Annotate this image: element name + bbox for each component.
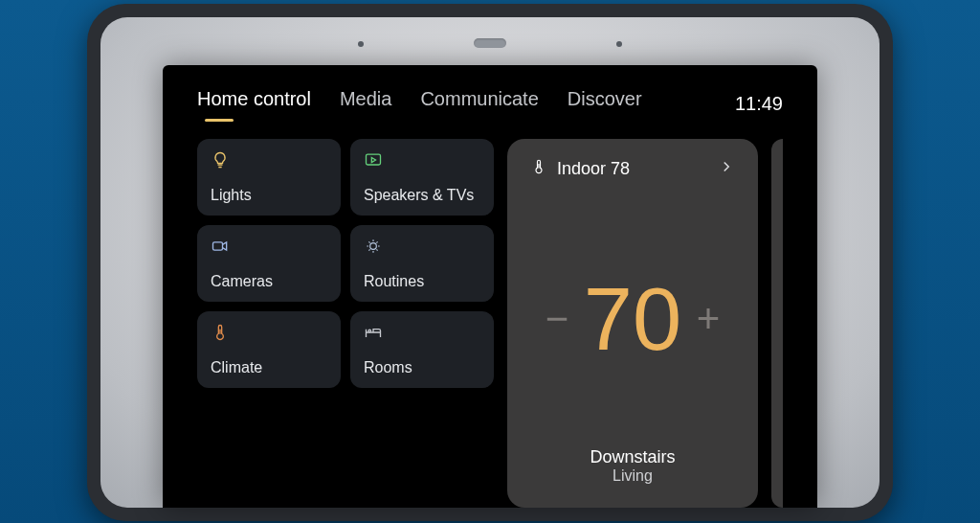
indoor-temp-label: Indoor 78 <box>557 159 708 179</box>
tv-play-icon <box>364 150 383 170</box>
tile-climate[interactable]: Climate <box>197 311 341 388</box>
svg-point-2 <box>370 243 377 250</box>
tile-label: Lights <box>211 187 327 204</box>
content-area: Lights Speakers & TVs <box>197 139 783 508</box>
tab-communicate[interactable]: Communicate <box>420 88 538 120</box>
svg-rect-0 <box>367 154 381 165</box>
thermostat-card[interactable]: Indoor 78 − 70 + Downstairs Living <box>507 139 758 508</box>
lightbulb-icon <box>211 150 230 170</box>
tile-label: Rooms <box>364 359 480 376</box>
tab-strip: Home control Media Communicate Discover <box>197 88 706 120</box>
bed-icon <box>364 323 383 342</box>
thermostat-footer: Downstairs Living <box>530 447 735 490</box>
temp-up-button[interactable]: + <box>687 296 729 342</box>
thermostat-header: Indoor 78 <box>530 156 735 181</box>
tile-label: Cameras <box>211 273 327 290</box>
temp-down-button[interactable]: − <box>536 296 578 342</box>
tile-label: Climate <box>211 359 327 376</box>
tab-discover[interactable]: Discover <box>568 88 642 120</box>
camera-pill <box>474 38 506 48</box>
next-card-edge[interactable] <box>771 139 783 508</box>
thermostat-setpoint: 70 <box>584 275 681 363</box>
thermostat-body: − 70 + <box>530 191 735 447</box>
tab-home-control[interactable]: Home control <box>197 88 311 120</box>
tile-lights[interactable]: Lights <box>197 139 341 216</box>
device-frame: Home control Media Communicate Discover … <box>87 4 893 521</box>
tile-speakers-tvs[interactable]: Speakers & TVs <box>350 139 494 216</box>
thermostat-room: Living <box>530 467 735 485</box>
tile-rooms[interactable]: Rooms <box>350 311 494 388</box>
device-bezel: Home control Media Communicate Discover … <box>100 17 880 508</box>
tile-cameras[interactable]: Cameras <box>197 225 341 302</box>
svg-rect-1 <box>213 242 223 250</box>
top-bar: Home control Media Communicate Discover … <box>197 88 783 120</box>
camera-icon <box>211 237 230 256</box>
clock: 11:49 <box>735 93 783 115</box>
tab-media[interactable]: Media <box>340 88 391 120</box>
tile-routines[interactable]: Routines <box>350 225 494 302</box>
thermometer-icon <box>211 323 230 342</box>
thermostat-zone: Downstairs <box>530 447 735 467</box>
display-screen: Home control Media Communicate Discover … <box>163 65 817 508</box>
ambient-sensor-right <box>616 41 622 47</box>
routines-icon <box>364 237 383 256</box>
ambient-sensor-left <box>358 41 364 47</box>
svg-point-3 <box>368 330 371 332</box>
tile-label: Routines <box>364 273 480 290</box>
tile-label: Speakers & TVs <box>364 187 480 204</box>
thermometer-icon <box>530 158 547 179</box>
chevron-right-icon <box>718 156 735 181</box>
tile-grid: Lights Speakers & TVs <box>197 139 494 508</box>
